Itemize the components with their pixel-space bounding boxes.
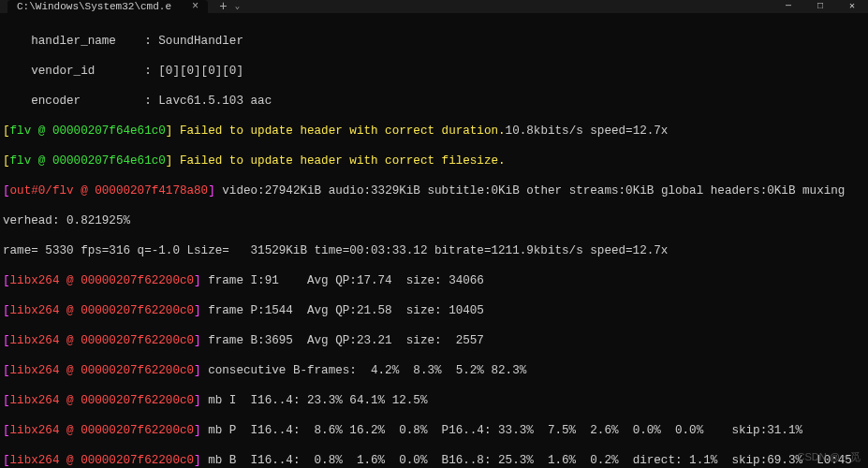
meta-encoder: encoder : Lavc61.5.103 aac	[3, 94, 865, 109]
minimize-button[interactable]: ─	[772, 0, 804, 13]
terminal-output: handler_name : SoundHandler vendor_id : …	[0, 13, 868, 468]
x264-line: [libx264 @ 00000207f62200c0] frame B:369…	[3, 333, 865, 348]
meta-handler: handler_name : SoundHandler	[3, 34, 865, 49]
close-button[interactable]: ✕	[836, 0, 868, 13]
chevron-down-icon[interactable]: ⌄	[235, 0, 240, 14]
x264-line: [libx264 @ 00000207f62200c0] consecutive…	[3, 363, 865, 378]
frame-summary: rame= 5330 fps=316 q=-1.0 Lsize= 31529Ki…	[3, 243, 865, 258]
titlebar: C:\Windows\System32\cmd.e × + ⌄ ─ □ ✕	[0, 0, 868, 13]
out-line: [out#0/flv @ 00000207f4178a80] video:279…	[3, 183, 865, 198]
x264-line: [libx264 @ 00000207f62200c0] mb I I16..4…	[3, 393, 865, 408]
window-controls: ─ □ ✕	[772, 0, 868, 13]
x264-line: [libx264 @ 00000207f62200c0] mb B I16..4…	[3, 453, 865, 468]
overhead-line: verhead: 0.821925%	[3, 213, 865, 228]
close-icon[interactable]: ×	[192, 0, 199, 14]
new-tab-button[interactable]: +	[219, 0, 227, 14]
x264-line: [libx264 @ 00000207f62200c0] mb P I16..4…	[3, 423, 865, 438]
tab-title: C:\Windows\System32\cmd.e	[17, 0, 171, 14]
x264-line: [libx264 @ 00000207f62200c0] frame I:91 …	[3, 273, 865, 288]
flv-warn-1: [flv @ 00000207f64e61c0] Failed to updat…	[3, 124, 865, 139]
tab-active[interactable]: C:\Windows\System32\cmd.e ×	[7, 0, 208, 13]
meta-vendor: vendor_id : [0][0][0][0]	[3, 64, 865, 79]
x264-line: [libx264 @ 00000207f62200c0] frame P:154…	[3, 303, 865, 318]
maximize-button[interactable]: □	[804, 0, 836, 13]
flv-warn-2: [flv @ 00000207f64e61c0] Failed to updat…	[3, 154, 865, 168]
watermark: CSDN @一觅	[798, 449, 861, 464]
